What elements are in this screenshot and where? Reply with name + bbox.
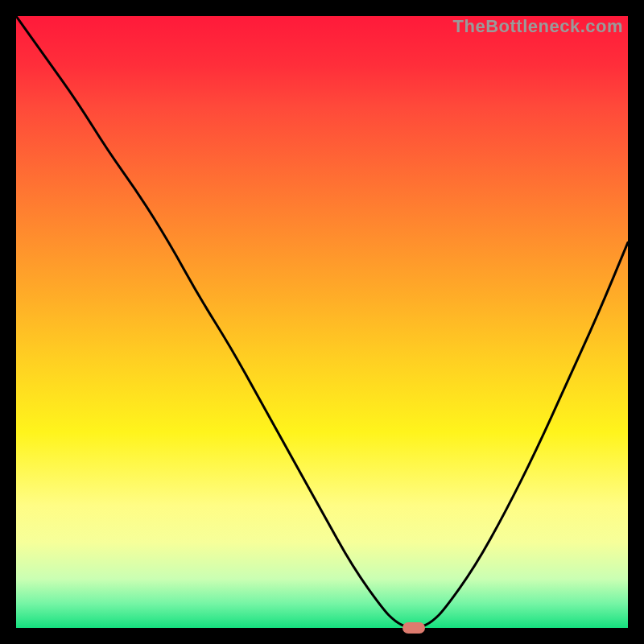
chart-frame: TheBottleneck.com [0, 0, 644, 644]
optimal-marker [402, 622, 425, 634]
bottleneck-curve [16, 16, 628, 628]
watermark-label: TheBottleneck.com [453, 16, 623, 37]
plot-area: TheBottleneck.com [16, 16, 628, 628]
